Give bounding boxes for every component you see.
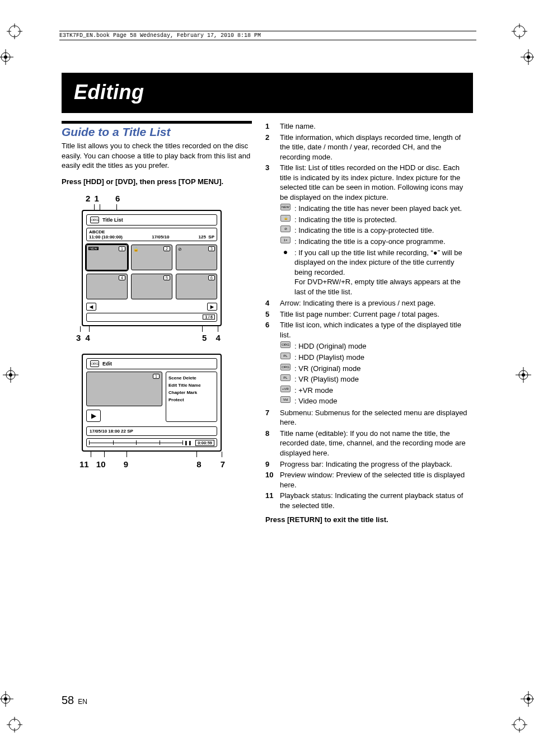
intro-text: Title list allows you to check the title… xyxy=(62,141,252,171)
thumbnail-grid: NEW 1 🔒 2 ⊘ 3 4 5 6 xyxy=(86,245,217,299)
screen-header: ORG Edit xyxy=(86,358,217,369)
copy-protect-icon: ⊘ xyxy=(280,226,291,236)
callouts-bottom-2: 11 10 9 8 7 xyxy=(82,459,227,469)
callout-6: 6 xyxy=(115,194,120,203)
thumbnail: ⊘ 3 xyxy=(176,245,217,270)
mode-desc: : HDD (Original) mode xyxy=(294,341,472,351)
title-ch: 125 xyxy=(199,234,206,240)
legend-item: 7Submenu: Submenus for the selected menu… xyxy=(265,407,472,428)
edit-submenu: Scene Delete Edit Title Name Chapter Mar… xyxy=(166,372,217,422)
callout-3: 3 xyxy=(76,333,81,342)
mode-desc: : Video mode xyxy=(294,396,472,406)
callout-5: 5 xyxy=(202,333,207,342)
title-date: 17/05/10 xyxy=(152,234,169,240)
thumbnail: 4 xyxy=(86,274,128,299)
icon-desc: : Indicating the title is a copy-once pr… xyxy=(294,237,472,247)
vr-playlist-icon: PL xyxy=(280,374,291,384)
right-column: 1Title name. 2Title information, which d… xyxy=(265,121,472,524)
legend-item: 9Progress bar: Indicating the progress o… xyxy=(265,459,472,470)
icon-legend-list: NEW: Indicating the title has never been… xyxy=(280,203,472,297)
plus-vr-icon: +VR xyxy=(280,386,291,396)
thumb-number: 5 xyxy=(163,275,170,280)
callout-7: 7 xyxy=(221,459,225,469)
preview-column: 1 ▶ xyxy=(86,372,162,422)
icon-note: For DVD+RW/+R, empty title always appear… xyxy=(294,278,461,296)
mode-desc: : HDD (Playlist) mode xyxy=(294,353,472,363)
preview-thumbnail: 1 xyxy=(86,372,162,406)
pause-icon: ❚❚ xyxy=(184,440,192,445)
callout-9: 9 xyxy=(124,459,128,469)
video-mode-icon: Vid xyxy=(280,396,291,406)
register-mark-icon xyxy=(521,691,534,707)
submenu-item: Scene Delete xyxy=(168,374,214,382)
page-number: 58 EN xyxy=(62,694,87,707)
thumbnail: 6 xyxy=(176,274,217,299)
source-file-header: E3TK7FD_EN.book Page 58 Wednesday, Febru… xyxy=(59,31,476,40)
thumb-number: 2 xyxy=(163,246,170,251)
icon-desc: : Indicating the title is protected. xyxy=(294,215,472,225)
playback-status-icon: ▶ xyxy=(86,410,101,422)
thumbnail: 5 xyxy=(131,274,172,299)
hdd-orig-icon: ORG xyxy=(280,341,291,351)
title-name: ABCDE xyxy=(89,229,214,234)
crop-mark-icon xyxy=(512,717,527,732)
callout-8: 8 xyxy=(196,459,201,469)
title-info-line: 17/05/10 18:00 22 SP xyxy=(86,426,217,436)
section-title: Guide to a Title List xyxy=(62,125,252,139)
thumbnail: NEW 1 xyxy=(86,245,128,270)
hdd-playlist-icon: PL xyxy=(280,353,291,363)
vr-orig-icon: ORG xyxy=(280,364,291,374)
page-arrows: ◄ ► xyxy=(86,303,217,311)
edit-diagram: ORG Edit 1 ▶ Scene Delete Edit Title Na xyxy=(82,354,252,469)
new-icon: NEW xyxy=(280,204,291,214)
progress-bar: ❚❚ 0:00:59 xyxy=(86,438,217,447)
legend-item: 1Title name. xyxy=(265,121,472,132)
copy-once-icon: 1× xyxy=(280,237,291,247)
title-list-screen: ORG Title List ABCDE 11:00 (10:00:00) 17… xyxy=(82,210,222,326)
legend-list: 1Title name. 2Title information, which d… xyxy=(265,121,472,511)
callout-11: 11 xyxy=(79,459,89,469)
new-badge-icon: NEW xyxy=(88,247,99,250)
orig-mode-icon: ORG xyxy=(90,217,99,223)
crop-mark-icon xyxy=(512,24,527,39)
section-rule xyxy=(62,121,252,124)
icon-desc: : Indicating the title has never been pl… xyxy=(294,204,472,214)
mode-desc: : VR (Original) mode xyxy=(294,364,472,374)
mode-icon-list: ORG: HDD (Original) mode PL: HDD (Playli… xyxy=(280,341,472,406)
legend-item: 11Playback status: Indicating the curren… xyxy=(265,490,472,511)
register-mark-icon xyxy=(521,49,534,65)
thumb-number: 1 xyxy=(119,246,125,251)
instruction-text: Press [HDD] or [DVD], then press [TOP ME… xyxy=(62,177,252,186)
callout-4: 4 xyxy=(86,333,90,342)
register-mark-icon xyxy=(3,367,18,383)
screen-title: Edit xyxy=(102,361,112,367)
mode-desc: : +VR mode xyxy=(294,386,472,396)
submenu-item: Edit Title Name xyxy=(168,382,214,389)
record-bullet-icon: ● xyxy=(280,248,291,297)
thumb-number: 3 xyxy=(208,246,215,251)
copy-protect-icon: ⊘ xyxy=(178,247,182,252)
title-time: 11:00 (10:00:00) xyxy=(89,234,123,240)
submenu-item: Protect xyxy=(168,396,214,403)
thumb-number: 6 xyxy=(208,275,215,280)
next-page-icon: ► xyxy=(207,303,217,311)
callout-1: 1 xyxy=(95,194,99,203)
thumb-number: 1 xyxy=(153,374,160,379)
screen-title: Title List xyxy=(102,217,123,223)
prev-page-icon: ◄ xyxy=(86,303,96,311)
legend-item: 10Preview window: Preview of the selecte… xyxy=(265,469,472,490)
page-indicator: 1 / 6 xyxy=(203,314,215,320)
lock-icon: 🔒 xyxy=(133,247,139,252)
icon-desc: : Indicating the title is a copy-protect… xyxy=(294,226,472,236)
lock-icon: 🔒 xyxy=(280,215,291,225)
register-mark-icon xyxy=(516,367,531,383)
legend-item: 8Title name (editable): If you do not na… xyxy=(265,428,472,459)
thumbnail: 🔒 2 xyxy=(131,245,172,270)
crop-mark-icon xyxy=(7,717,22,732)
register-mark-icon xyxy=(0,49,13,65)
page-indicator-bar: 1 / 6 xyxy=(86,313,217,322)
legend-item: 4Arrow: Indicating there is a previous /… xyxy=(265,298,472,309)
edit-screen: ORG Edit 1 ▶ Scene Delete Edit Title Na xyxy=(82,354,222,452)
callout-2: 2 xyxy=(86,194,90,203)
title-info-bar: ABCDE 11:00 (10:00:00) 17/05/10 125 SP xyxy=(86,228,217,241)
